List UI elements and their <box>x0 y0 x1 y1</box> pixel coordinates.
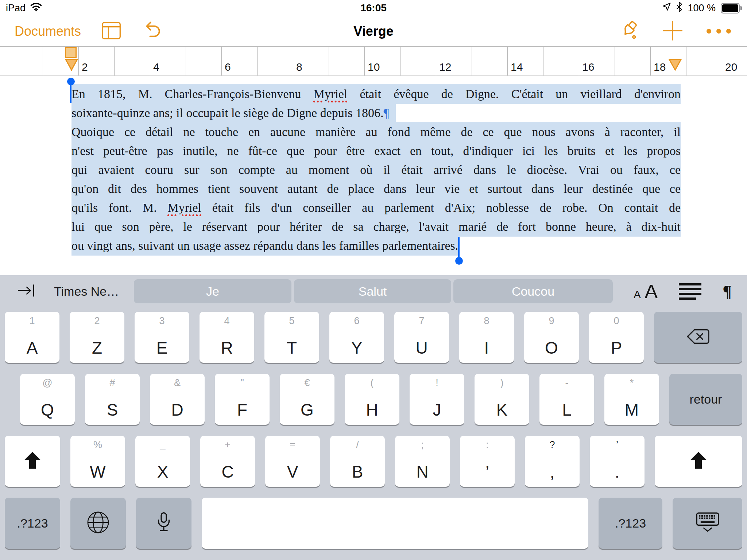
key-label: retour <box>690 392 722 407</box>
key-backspace[interactable] <box>654 312 742 363</box>
key-alt-glyph: % <box>70 440 125 450</box>
key-V[interactable]: =V <box>265 436 320 487</box>
key-Y[interactable]: 6Y <box>329 312 384 363</box>
ruler-tick <box>43 47 43 75</box>
document-line: En 1815, M. Charles-François-Bienvenu My… <box>71 85 681 104</box>
text-run: qui avaient couru sur son compte au mome… <box>71 160 681 180</box>
tab-icon[interactable] <box>17 283 38 300</box>
key-main-glyph: H <box>345 401 399 418</box>
key-alt-glyph: - <box>539 378 594 388</box>
key-D[interactable]: &D <box>150 374 205 425</box>
right-indent-marker[interactable] <box>669 59 682 72</box>
key-shift-left[interactable] <box>5 436 60 487</box>
key-alt-glyph: ! <box>410 378 464 388</box>
key-numbers-right[interactable]: .?123 <box>599 498 662 549</box>
key-O[interactable]: 9O <box>524 312 579 363</box>
document-text[interactable]: En 1815, M. Charles-François-Bienvenu My… <box>71 85 681 255</box>
keyboard-row: @Q#S&D"F€G(H!J)K-L*Mretour <box>20 374 742 425</box>
alignment-button[interactable] <box>679 283 701 300</box>
key-W[interactable]: %W <box>70 436 125 487</box>
pilcrow-mark: ¶ <box>383 103 395 123</box>
key-Q[interactable]: @Q <box>20 374 75 425</box>
key-main-glyph: Y <box>329 339 384 356</box>
more-icon[interactable] <box>707 29 731 34</box>
add-icon[interactable] <box>662 20 683 43</box>
font-size-button[interactable]: AA <box>634 280 658 303</box>
key-main-glyph: C <box>200 463 255 480</box>
first-line-indent-marker[interactable] <box>65 47 77 58</box>
font-name-button[interactable]: Times Ne… <box>54 284 119 299</box>
key-alt-glyph: 8 <box>459 316 514 326</box>
key-X[interactable]: _X <box>135 436 190 487</box>
key-K[interactable]: )K <box>475 374 529 425</box>
ruler-number: 16 <box>582 61 594 73</box>
backspace-icon <box>686 328 710 346</box>
paragraph-marks-button[interactable]: ¶ <box>723 282 732 301</box>
battery-percent: 100 % <box>688 3 716 14</box>
key-N[interactable]: ;N <box>395 436 450 487</box>
key-alt-glyph: 4 <box>200 316 254 326</box>
key-S[interactable]: #S <box>85 374 140 425</box>
key-P[interactable]: 0P <box>589 312 644 363</box>
app-toolbar: Documents Vierge <box>0 16 747 47</box>
location-icon <box>662 2 671 14</box>
key-main-glyph: O <box>524 339 579 356</box>
key-L[interactable]: -L <box>539 374 594 425</box>
key-main-glyph: G <box>280 401 334 418</box>
key-U[interactable]: 7U <box>394 312 449 363</box>
document-line: qui avaient couru sur son compte au mome… <box>71 160 681 179</box>
ruler-number: 2 <box>82 61 88 73</box>
key-apostrophe[interactable]: :’ <box>460 436 515 487</box>
key-R[interactable]: 4R <box>200 312 254 363</box>
ruler-tick <box>686 47 686 75</box>
key-E[interactable]: 3E <box>135 312 189 363</box>
ruler: 2468101214161820 <box>0 47 747 76</box>
key-M[interactable]: *M <box>604 374 659 425</box>
key-T[interactable]: 5T <box>264 312 319 363</box>
key-main-glyph: W <box>70 463 125 480</box>
key-B[interactable]: /B <box>330 436 385 487</box>
text-run: qu'on dit des hommes tient souvent autan… <box>71 179 681 199</box>
format-brush-icon[interactable] <box>618 20 639 43</box>
key-dictation[interactable] <box>136 498 191 549</box>
ruler-tick <box>507 47 508 75</box>
document-line: soixante-quinze ans; il occupait le sièg… <box>71 104 681 122</box>
keyboard-shortcut-bar: Times Ne… Je Salut Coucou AA ¶ <box>0 275 747 307</box>
ruler-tick <box>722 47 722 75</box>
key-A[interactable]: 1A <box>5 312 59 363</box>
document-line: n'est peut-être pas inutile, ne fût-ce q… <box>71 141 681 160</box>
key-numbers-left[interactable]: .?123 <box>5 498 60 549</box>
key-alt-glyph: 3 <box>135 316 189 326</box>
left-indent-marker[interactable] <box>65 59 78 72</box>
mic-icon <box>154 512 174 534</box>
key-return[interactable]: retour <box>669 374 742 425</box>
ruler-tick <box>400 47 400 75</box>
key-main-glyph: L <box>539 401 594 418</box>
text-run: lui que son père, le réservant pour héri… <box>71 217 681 237</box>
key-Z[interactable]: 2Z <box>70 312 124 363</box>
suggestion-3[interactable]: Coucou <box>453 279 613 303</box>
suggestion-2[interactable]: Salut <box>294 279 451 303</box>
key-H[interactable]: (H <box>345 374 399 425</box>
key-J[interactable]: !J <box>410 374 464 425</box>
key-period[interactable]: ’. <box>590 436 645 487</box>
document-canvas[interactable]: En 1815, M. Charles-François-Bienvenu My… <box>0 76 747 275</box>
document-line: lui que son père, le réservant pour héri… <box>71 217 681 236</box>
text-run: qu'ils font. M. <box>71 198 168 218</box>
ruler-tick <box>543 47 543 75</box>
suggestion-1[interactable]: Je <box>134 279 291 303</box>
key-dismiss-keyboard[interactable] <box>673 498 742 549</box>
key-alt-glyph: 5 <box>264 316 319 326</box>
key-space[interactable] <box>202 498 588 549</box>
key-alt-glyph: & <box>150 378 205 388</box>
key-label: .?123 <box>615 516 646 530</box>
key-G[interactable]: €G <box>280 374 334 425</box>
key-F[interactable]: "F <box>215 374 270 425</box>
key-comma[interactable]: ?, <box>525 436 580 487</box>
key-alt-glyph: ; <box>395 440 450 450</box>
key-globe[interactable] <box>70 498 126 549</box>
key-shift-right[interactable] <box>655 436 742 487</box>
key-I[interactable]: 8I <box>459 312 514 363</box>
key-C[interactable]: +C <box>200 436 255 487</box>
key-alt-glyph: ’ <box>590 440 645 450</box>
